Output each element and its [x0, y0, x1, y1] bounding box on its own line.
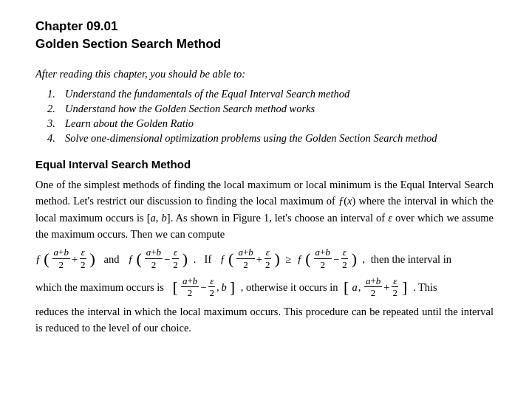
objective-2: 2. Understand how the Golden Section Sea…: [47, 103, 494, 115]
objective-1: 1. Understand the fundamentals of the Eq…: [47, 88, 494, 100]
paragraph-1: One of the simplest methods of finding t…: [35, 176, 494, 243]
chapter-title: Chapter 09.01 Golden Section Search Meth…: [35, 18, 494, 53]
intro-text: After reading this chapter, you should b…: [35, 68, 494, 80]
objective-3: 3. Learn about the Golden Ratio: [47, 117, 494, 130]
objectives-list: 1. Understand the fundamentals of the Eq…: [47, 88, 494, 145]
objective-4: 4. Solve one-dimensional optimization pr…: [47, 132, 494, 145]
paragraph-3: reduces the interval in which the local …: [35, 303, 494, 337]
math-line-2: which the maximum occurs is [ a+b 2 − ε …: [35, 275, 494, 299]
section1-heading: Equal Interval Search Method: [35, 158, 494, 171]
math-line-1: ƒ ( a+b 2 + ε 2 ) and ƒ ( a+b 2 − ε 2 ) …: [35, 247, 494, 270]
